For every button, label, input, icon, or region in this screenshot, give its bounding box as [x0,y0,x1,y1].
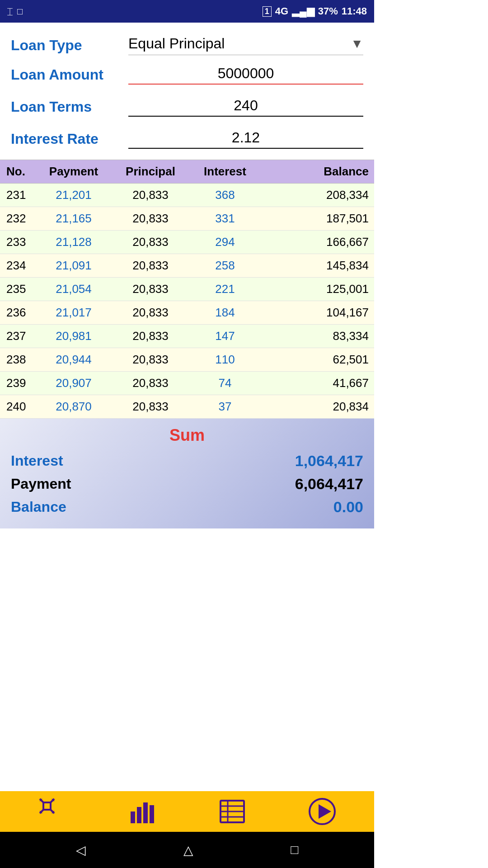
loan-amount-input[interactable] [128,65,363,84]
sum-balance-label: Balance [11,499,66,515]
cell-principal: 20,833 [112,306,189,320]
interest-rate-underline [128,148,363,149]
cell-no: 234 [4,259,35,273]
loan-terms-wrapper [128,97,363,117]
cell-principal: 20,833 [112,212,189,226]
loan-terms-input[interactable] [128,97,363,116]
cell-interest: 110 [189,353,261,367]
sim-number: 1 [263,6,272,17]
cell-interest: 147 [189,329,261,343]
header-interest: Interest [189,165,261,179]
recent-button[interactable]: □ [291,843,298,857]
cell-payment: 20,944 [35,353,112,367]
sum-interest-label: Interest [11,453,63,469]
main-content: Loan Type Equal Principal ▼ Loan Amount … [0,23,374,791]
cell-interest: 74 [189,376,261,390]
cell-interest: 368 [189,188,261,202]
time-display: 11:48 [342,5,367,17]
header-no: No. [4,165,35,179]
list-icon-btn[interactable] [216,796,248,827]
loan-terms-underline [128,116,363,117]
cell-principal: 20,833 [112,329,189,343]
sum-balance-row: Balance 0.00 [11,498,363,516]
phone-icon: ⌶ [7,6,13,17]
cell-balance: 145,834 [261,259,371,273]
cell-balance: 125,001 [261,282,371,296]
cell-payment: 21,165 [35,212,112,226]
loan-amount-wrapper [128,65,363,85]
cell-no: 237 [4,329,35,343]
status-left-icons: ⌶ □ [7,6,23,17]
table-row: 238 20,944 20,833 110 62,501 [0,348,374,372]
chart-icon-btn[interactable] [127,796,158,827]
cell-principal: 20,833 [112,259,189,273]
header-principal: Principal [112,165,189,179]
loan-amount-underline [128,84,363,85]
amortization-table: No. Payment Principal Interest Balance 2… [0,160,374,419]
bottom-navigation [0,791,374,832]
svg-rect-12 [150,805,154,823]
cell-principal: 20,833 [112,400,189,414]
cell-payment: 20,981 [35,329,112,343]
back-button[interactable]: ◁ [76,843,86,858]
table-row: 234 21,091 20,833 258 145,834 [0,254,374,278]
cell-payment: 20,870 [35,400,112,414]
home-button[interactable]: △ [183,843,193,858]
cell-balance: 20,834 [261,400,371,414]
chevron-down-icon: ▼ [351,37,363,51]
table-row: 236 21,017 20,833 184 104,167 [0,301,374,325]
loan-type-row: Loan Type Equal Principal ▼ [11,27,363,59]
cell-payment: 20,907 [35,376,112,390]
svg-rect-11 [143,802,148,823]
cell-no: 231 [4,188,35,202]
status-bar: ⌶ □ 1 4G ▂▄▆ 37% 11:48 [0,0,374,23]
loan-terms-row: Loan Terms [11,91,363,123]
cell-interest: 294 [189,235,261,249]
sum-payment-label: Payment [11,476,71,492]
svg-marker-19 [319,804,331,819]
cell-payment: 21,091 [35,259,112,273]
cell-payment: 21,128 [35,235,112,249]
play-icon-btn[interactable] [306,796,338,827]
interest-rate-row: Interest Rate [11,123,363,155]
sum-interest-row: Interest 1,064,417 [11,452,363,470]
header-payment: Payment [35,165,112,179]
loan-type-dropdown[interactable]: Equal Principal ▼ [128,35,363,55]
cell-no: 232 [4,212,35,226]
cell-balance: 187,501 [261,212,371,226]
loan-terms-label: Loan Terms [11,99,128,115]
svg-rect-10 [137,807,141,823]
cell-principal: 20,833 [112,235,189,249]
interest-rate-input[interactable] [128,129,363,148]
loan-amount-row: Loan Amount [11,59,363,91]
interest-rate-wrapper [128,129,363,149]
cell-interest: 221 [189,282,261,296]
cell-no: 233 [4,235,35,249]
android-nav-bar: ◁ △ □ [0,832,374,868]
table-row: 233 21,128 20,833 294 166,667 [0,231,374,254]
loan-type-value: Equal Principal [128,35,225,52]
cell-payment: 21,017 [35,306,112,320]
cell-no: 236 [4,306,35,320]
cell-payment: 21,201 [35,188,112,202]
sum-section: Sum Interest 1,064,417 Payment 6,064,417… [0,419,374,528]
expand-icon-btn[interactable] [37,796,68,827]
signal-icon: ▂▄▆ [292,5,314,17]
sum-payment-value: 6,064,417 [295,475,363,493]
sum-title: Sum [11,426,363,445]
table-row: 231 21,201 20,833 368 208,334 [0,184,374,207]
table-row: 232 21,165 20,833 331 187,501 [0,207,374,231]
svg-rect-9 [131,811,135,823]
cell-no: 238 [4,353,35,367]
cell-no: 235 [4,282,35,296]
input-section: Loan Type Equal Principal ▼ Loan Amount … [0,23,374,160]
cell-principal: 20,833 [112,376,189,390]
cell-balance: 83,334 [261,329,371,343]
header-balance: Balance [261,165,371,179]
cell-principal: 20,833 [112,353,189,367]
interest-rate-label: Interest Rate [11,131,128,147]
cell-interest: 37 [189,400,261,414]
image-icon: □ [17,6,23,17]
table-row: 239 20,907 20,833 74 41,667 [0,372,374,395]
sum-balance-value: 0.00 [333,498,363,516]
